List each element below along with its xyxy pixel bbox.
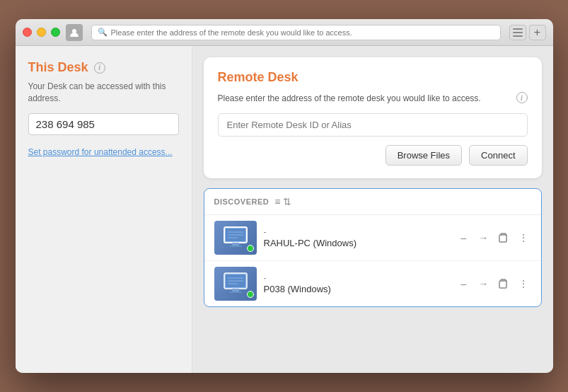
remote-desk-id-input[interactable] <box>218 113 528 137</box>
list-item: - P038 (Windows) – → ⋮ <box>204 261 541 306</box>
device-files-btn-2[interactable] <box>496 276 511 292</box>
traffic-lights <box>23 28 60 37</box>
device-name-1: RAHUL-PC (Windows) <box>264 238 449 248</box>
address-search-bar[interactable]: 🔍 <box>91 25 501 40</box>
titlebar: 🔍 + <box>16 19 553 46</box>
device-actions-1: – → ⋮ <box>456 230 531 246</box>
device-files-btn-1[interactable] <box>496 230 511 246</box>
main-content: This Desk i Your Desk can be accessed wi… <box>16 46 553 373</box>
svg-rect-9 <box>499 235 506 242</box>
add-button[interactable]: + <box>529 25 546 40</box>
close-button[interactable] <box>23 28 32 37</box>
sort-icon[interactable]: ≡ ⇅ <box>274 196 291 207</box>
svg-rect-17 <box>499 281 506 288</box>
device-dash-2: - <box>264 273 449 283</box>
remote-desk-description-row: Please enter the address of the remote d… <box>218 92 528 105</box>
remote-desk-title: Remote Desk <box>218 70 528 85</box>
device-dash-btn-1[interactable]: – <box>456 230 472 246</box>
files-icon-2 <box>498 278 509 289</box>
device-name-2: P038 (Windows) <box>264 284 449 294</box>
app-window: 🔍 + This Desk i Your Desk can be accesse… <box>16 19 553 373</box>
right-panel: Remote Desk Please enter the address of … <box>192 46 553 373</box>
plus-icon: + <box>534 26 540 39</box>
monitor-icon <box>222 226 249 250</box>
discovered-label: DISCOVERED <box>214 197 269 206</box>
left-panel: This Desk i Your Desk can be accessed wi… <box>16 46 192 373</box>
device-info-1: - RAHUL-PC (Windows) <box>264 227 449 248</box>
maximize-button[interactable] <box>51 28 60 37</box>
device-dash-1: - <box>264 227 449 237</box>
minimize-button[interactable] <box>37 28 46 37</box>
svg-rect-12 <box>232 289 239 292</box>
svg-rect-5 <box>229 246 242 247</box>
connect-button[interactable]: Connect <box>469 145 527 166</box>
menu-button[interactable] <box>509 25 526 40</box>
monitor-icon-2 <box>222 272 249 296</box>
device-info-2: - P038 (Windows) <box>264 273 449 294</box>
svg-rect-4 <box>232 243 239 246</box>
svg-rect-13 <box>229 292 242 293</box>
desk-description: Your Desk can be accessed with this addr… <box>28 81 179 105</box>
device-thumbnail-2 <box>214 267 257 301</box>
remote-desk-description: Please enter the address of the remote d… <box>218 92 511 105</box>
device-dash-btn-2[interactable]: – <box>456 276 472 292</box>
remote-desk-info-icon[interactable]: i <box>516 92 528 103</box>
status-dot-1 <box>247 245 254 252</box>
discovered-section: DISCOVERED ≡ ⇅ <box>204 188 542 307</box>
device-more-btn-1[interactable]: ⋮ <box>516 230 531 246</box>
status-dot-2 <box>247 291 254 298</box>
address-input[interactable] <box>111 28 494 37</box>
device-connect-btn-1[interactable]: → <box>476 230 492 246</box>
desk-id-display: 238 694 985 <box>28 113 179 135</box>
set-password-link[interactable]: Set password for unattended access... <box>28 147 173 157</box>
avatar <box>66 24 83 41</box>
device-actions-2: – → ⋮ <box>456 276 531 292</box>
device-thumbnail-1 <box>214 221 257 255</box>
list-item: - RAHUL-PC (Windows) – → ⋮ <box>204 215 541 261</box>
discovered-header: DISCOVERED ≡ ⇅ <box>204 189 541 215</box>
remote-desk-card: Remote Desk Please enter the address of … <box>204 57 542 178</box>
files-icon <box>498 232 509 243</box>
this-desk-info-icon[interactable]: i <box>94 62 105 74</box>
browse-files-button[interactable]: Browse Files <box>386 145 462 166</box>
this-desk-title: This Desk <box>28 60 88 75</box>
device-more-btn-2[interactable]: ⋮ <box>516 276 531 292</box>
this-desk-header: This Desk i <box>28 60 179 75</box>
remote-desk-actions: Browse Files Connect <box>218 145 528 166</box>
search-icon: 🔍 <box>98 28 108 37</box>
device-connect-btn-2[interactable]: → <box>476 276 492 292</box>
hamburger-icon <box>511 26 525 39</box>
